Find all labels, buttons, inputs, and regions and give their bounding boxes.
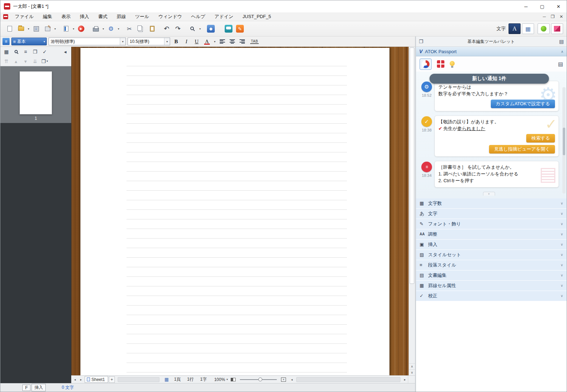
open-viewer-button[interactable]: 見逃し指摘ビューアを開く: [489, 145, 555, 153]
gift-icon[interactable]: [437, 60, 444, 68]
undo-button[interactable]: ↶: [161, 23, 172, 34]
document-page[interactable]: [80, 48, 389, 375]
sheet-tab[interactable]: Sheet1: [85, 376, 108, 383]
sheet-scroll-track[interactable]: [118, 377, 159, 382]
menu-tools[interactable]: ツール: [130, 12, 154, 21]
list-view-button[interactable]: ≡: [21, 48, 30, 56]
page-last-button[interactable]: ⇊: [31, 57, 39, 65]
palette-section-paragraph-style[interactable]: ≡ 段落スタイル ∨: [416, 260, 567, 270]
char-edit-mode-button[interactable]: A: [509, 23, 521, 34]
print-button[interactable]: [90, 23, 101, 34]
chevron-down-icon[interactable]: ∨: [561, 212, 563, 215]
marker-tool-button[interactable]: ✎: [235, 23, 245, 34]
atok-notifications-button[interactable]: [420, 58, 432, 70]
font-name-combo[interactable]: 游明朝(標準) ▾: [49, 38, 126, 45]
menu-view[interactable]: 表示: [57, 12, 75, 21]
chevron-down-icon[interactable]: ∨: [561, 273, 563, 277]
palette-section-proofread[interactable]: ✓ 校正 ∨: [416, 291, 567, 301]
chevron-down-icon[interactable]: ∨: [561, 294, 563, 298]
open-dropdown[interactable]: ▾: [27, 23, 30, 34]
page-next-button[interactable]: ▾: [21, 57, 30, 65]
palette-section-style-set[interactable]: ▨ スタイルセット ∨: [416, 250, 567, 260]
tab-button[interactable]: TAB: [250, 39, 259, 44]
palette-dock-icon[interactable]: ❐: [419, 39, 423, 44]
page-prev-button[interactable]: ▴: [12, 57, 20, 65]
menu-insert[interactable]: 挿入: [75, 12, 94, 21]
custom-atok-setting-button[interactable]: カスタムATOKで設定する: [491, 100, 555, 108]
scroll-up-button[interactable]: ∧: [409, 363, 415, 369]
copy-button[interactable]: [135, 23, 146, 34]
vertical-scrollbar-thumb[interactable]: [410, 47, 414, 284]
scroll-down-button[interactable]: ∨: [409, 369, 415, 375]
save-as-dropdown[interactable]: ▾: [53, 23, 57, 34]
lightbulb-icon[interactable]: [450, 61, 455, 66]
chevron-down-icon[interactable]: ∨: [561, 201, 563, 205]
page-layout-button[interactable]: ❐: [31, 48, 39, 56]
vertical-scrollbar[interactable]: ∧ ∨: [409, 47, 415, 375]
page-thumbnail[interactable]: [19, 71, 52, 114]
display-mode-icon[interactable]: [231, 378, 236, 381]
add-sheet-button[interactable]: +: [109, 376, 115, 383]
palette-section-insert[interactable]: ▣ 挿入 ∨: [416, 240, 567, 250]
new-document-button[interactable]: [4, 23, 15, 34]
maximize-button[interactable]: ▢: [534, 0, 550, 12]
new-notification-toast[interactable]: 新しい通知 1件: [430, 74, 549, 84]
zoom-dropdown[interactable]: ▾: [226, 378, 228, 381]
font-color-button[interactable]: A: [203, 37, 211, 46]
align-right-button[interactable]: [239, 39, 245, 44]
chevron-down-icon[interactable]: ∨: [561, 253, 563, 257]
search-dropdown[interactable]: ▾: [198, 23, 202, 34]
zoom-page-button[interactable]: [12, 48, 20, 56]
notification-collapse-handle[interactable]: ∨: [483, 192, 495, 196]
chat-tool-button[interactable]: [223, 23, 234, 34]
palette-layout-icon[interactable]: ▤: [559, 39, 564, 44]
chevron-down-icon[interactable]: ∨: [561, 232, 563, 236]
save-as-button[interactable]: [42, 23, 53, 34]
navigation-button[interactable]: ▶: [76, 23, 86, 34]
addon-button[interactable]: ◆: [206, 23, 216, 34]
chevron-down-icon[interactable]: ∨: [561, 222, 563, 226]
palette-section-character[interactable]: あ 文字 ∨: [416, 209, 567, 219]
zoom-fit-button[interactable]: +: [281, 377, 286, 382]
bold-button[interactable]: B: [172, 37, 180, 46]
sheet-prev-button[interactable]: ◂: [72, 376, 78, 383]
menu-addin[interactable]: アドイン: [210, 12, 238, 21]
print-preview-button[interactable]: [61, 23, 71, 34]
search-button[interactable]: [187, 23, 198, 34]
menu-table[interactable]: 罫線: [112, 12, 130, 21]
atok-log-icon[interactable]: ▤: [558, 61, 563, 67]
mdi-restore-button[interactable]: ❐: [551, 14, 555, 19]
zoom-slider-thumb[interactable]: [258, 377, 262, 381]
paste-button[interactable]: [147, 23, 157, 34]
italic-button[interactable]: I: [182, 37, 191, 46]
kana-mode-badge[interactable]: F: [22, 385, 30, 391]
style-selector[interactable]: ≡ 基本 ▾: [11, 38, 47, 45]
font-color-dropdown[interactable]: ▾: [213, 40, 217, 43]
template-mode-button[interactable]: [551, 23, 563, 34]
save-button[interactable]: [31, 23, 41, 34]
font-size-arrow[interactable]: ▾: [164, 38, 170, 45]
palette-list-icon[interactable]: ≡: [2, 38, 10, 45]
table-edit-mode-button[interactable]: ▦: [522, 23, 534, 34]
cut-button[interactable]: ✂: [124, 23, 135, 34]
zoom-value[interactable]: 100%: [214, 377, 225, 382]
print-settings-button[interactable]: ⚙: [106, 23, 116, 34]
horizontal-scrollbar[interactable]: [296, 377, 400, 382]
page-menu-button[interactable]: ❐ ▾: [40, 57, 49, 65]
notification-scrollbar[interactable]: [562, 87, 566, 194]
sheet-next-button[interactable]: ▸: [78, 376, 84, 383]
align-left-button[interactable]: [219, 39, 225, 44]
align-center-button[interactable]: [229, 39, 235, 44]
notification-card-settings[interactable]: ⚙ テンキーからは 数字を必ず半角で入力しますか？ カスタムATOKで設定する: [434, 81, 559, 111]
palette-section-font-decoration[interactable]: ✎ フォント・飾り ∨: [416, 219, 567, 229]
hscroll-right-button[interactable]: ▸: [402, 376, 408, 383]
atok-collapse-icon[interactable]: ∧: [561, 50, 563, 54]
drawing-mode-button[interactable]: [538, 23, 550, 34]
mdi-close-button[interactable]: ✕: [560, 14, 563, 19]
notification-scrollbar-thumb[interactable]: [563, 128, 565, 155]
chevron-down-icon[interactable]: ∨: [561, 284, 563, 287]
menu-help[interactable]: ヘルプ: [186, 12, 210, 21]
insert-mode-badge[interactable]: 挿入: [32, 384, 46, 391]
palette-section-char-count[interactable]: ▦ 文字数 ∨: [416, 198, 567, 208]
minimize-button[interactable]: ─: [518, 0, 534, 12]
